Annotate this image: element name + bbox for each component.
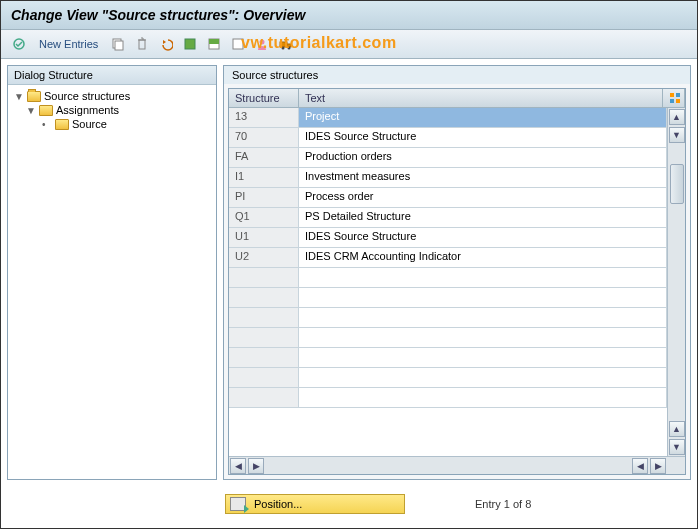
cell-structure[interactable]: U1 (229, 228, 299, 247)
table-row-empty[interactable] (229, 388, 667, 408)
cell-text[interactable]: PS Detailed Structure (299, 208, 667, 227)
cell-structure[interactable] (229, 368, 299, 387)
position-button[interactable]: Position... (225, 494, 405, 514)
cell-text[interactable]: IDES Source Structure (299, 228, 667, 247)
horizontal-scrollbar[interactable]: ◀ ▶ ◀ ▶ (229, 456, 685, 474)
select-all-icon[interactable] (180, 34, 200, 54)
delete-icon[interactable] (132, 34, 152, 54)
table-panel: Source structures Structure Text 13Proje… (223, 65, 691, 480)
cell-structure[interactable] (229, 308, 299, 327)
tree-header: Dialog Structure (8, 66, 216, 85)
toolbar: New Entries vw.tutorialkart.com (1, 30, 697, 59)
cell-structure[interactable]: 13 (229, 108, 299, 127)
scroll-left-icon[interactable]: ◀ (230, 458, 246, 474)
folder-icon (39, 105, 53, 116)
table-rows: 13Project70IDES Source StructureFAProduc… (229, 108, 667, 456)
table-row-empty[interactable] (229, 348, 667, 368)
cell-structure[interactable]: 70 (229, 128, 299, 147)
scroll-up-icon[interactable]: ▲ (669, 109, 685, 125)
dialog-structure-panel: Dialog Structure ▼ Source structures ▼ A… (7, 65, 217, 480)
cell-structure[interactable]: I1 (229, 168, 299, 187)
svg-rect-3 (139, 40, 145, 49)
footer: Position... Entry 1 of 8 (219, 486, 697, 522)
table-row-empty[interactable] (229, 368, 667, 388)
column-text[interactable]: Text (299, 89, 663, 107)
table-row-empty[interactable] (229, 268, 667, 288)
svg-rect-2 (115, 41, 123, 50)
svg-rect-14 (676, 93, 680, 97)
select-block-icon[interactable] (204, 34, 224, 54)
cell-text[interactable] (299, 268, 667, 287)
table-row[interactable]: 70IDES Source Structure (229, 128, 667, 148)
tree-label: Source structures (44, 90, 130, 102)
cell-structure[interactable] (229, 388, 299, 407)
cell-text[interactable]: Production orders (299, 148, 667, 167)
scroll-left-icon[interactable]: ◀ (632, 458, 648, 474)
tree-item-source-structures[interactable]: ▼ Source structures (12, 89, 212, 103)
watermark-text: vw.tutorialkart.com (241, 34, 397, 52)
cell-structure[interactable] (229, 328, 299, 347)
vertical-scrollbar[interactable]: ▲ ▼ ▲ ▼ (667, 108, 685, 456)
cell-structure[interactable]: PI (229, 188, 299, 207)
cell-text[interactable] (299, 388, 667, 407)
scroll-down-icon[interactable]: ▼ (669, 127, 685, 143)
scroll-track[interactable] (669, 144, 685, 420)
table-row[interactable]: U1IDES Source Structure (229, 228, 667, 248)
position-label: Position... (254, 498, 302, 510)
tree-item-assignments[interactable]: ▼ Assignments (24, 103, 212, 117)
expand-icon[interactable] (9, 34, 29, 54)
collapse-icon[interactable]: ▼ (14, 91, 24, 102)
collapse-icon[interactable]: ▼ (26, 105, 36, 116)
cell-text[interactable]: Process order (299, 188, 667, 207)
cell-text[interactable] (299, 348, 667, 367)
cell-structure[interactable]: U2 (229, 248, 299, 267)
scroll-thumb[interactable] (670, 164, 684, 204)
folder-open-icon (27, 91, 41, 102)
cell-structure[interactable]: FA (229, 148, 299, 167)
table-row-empty[interactable] (229, 288, 667, 308)
cell-structure[interactable] (229, 268, 299, 287)
cell-text[interactable] (299, 288, 667, 307)
cell-text[interactable]: Project (299, 108, 667, 127)
cell-text[interactable] (299, 368, 667, 387)
table-title: Source structures (224, 66, 690, 84)
table-row[interactable]: FAProduction orders (229, 148, 667, 168)
main-content: Dialog Structure ▼ Source structures ▼ A… (1, 59, 697, 486)
folder-icon (55, 119, 69, 130)
svg-rect-13 (670, 93, 674, 97)
table-row[interactable]: Q1PS Detailed Structure (229, 208, 667, 228)
position-icon (230, 497, 246, 511)
tree-label: Source (72, 118, 107, 130)
cell-text[interactable]: IDES CRM Accounting Indicator (299, 248, 667, 267)
tree-item-source[interactable]: • Source (40, 117, 212, 131)
scroll-up-icon[interactable]: ▲ (669, 421, 685, 437)
cell-text[interactable]: IDES Source Structure (299, 128, 667, 147)
cell-structure[interactable] (229, 288, 299, 307)
table-row[interactable]: PIProcess order (229, 188, 667, 208)
cell-structure[interactable]: Q1 (229, 208, 299, 227)
table-row[interactable]: I1Investment measures (229, 168, 667, 188)
table-container: Structure Text 13Project70IDES Source St… (228, 88, 686, 475)
tree-label: Assignments (56, 104, 119, 116)
table-settings-icon[interactable] (663, 89, 685, 107)
cell-text[interactable] (299, 308, 667, 327)
cell-text[interactable]: Investment measures (299, 168, 667, 187)
table-row-empty[interactable] (229, 328, 667, 348)
column-structure[interactable]: Structure (229, 89, 299, 107)
table-body: 13Project70IDES Source StructureFAProduc… (229, 108, 685, 456)
scroll-right-icon[interactable]: ▶ (248, 458, 264, 474)
table-row-empty[interactable] (229, 308, 667, 328)
cell-text[interactable] (299, 328, 667, 347)
copy-icon[interactable] (108, 34, 128, 54)
undo-icon[interactable] (156, 34, 176, 54)
page-title: Change View "Source structures": Overvie… (1, 1, 697, 30)
table-row[interactable]: U2IDES CRM Accounting Indicator (229, 248, 667, 268)
cell-structure[interactable] (229, 348, 299, 367)
table-row[interactable]: 13Project (229, 108, 667, 128)
svg-rect-6 (209, 39, 219, 44)
new-entries-button[interactable]: New Entries (33, 36, 104, 52)
svg-rect-4 (185, 39, 195, 49)
scroll-right-icon[interactable]: ▶ (650, 458, 666, 474)
tree-body: ▼ Source structures ▼ Assignments • Sour… (8, 85, 216, 135)
scroll-down-icon[interactable]: ▼ (669, 439, 685, 455)
